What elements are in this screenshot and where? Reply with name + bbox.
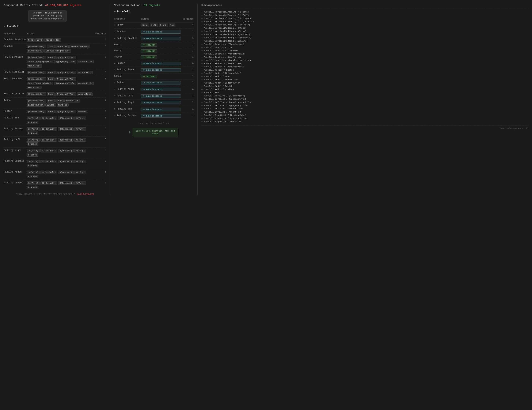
value-tag: 16(Airy) [27,138,40,142]
value-tag: None [47,56,55,59]
left-section-name: PureCell [7,25,19,28]
table-row: Row 2 RightSlot[Placeholder]NoneTypograp… [4,91,106,98]
bool-tag: +- boolean [141,55,157,59]
diamond-small-icon: ❖ [201,17,202,19]
diamond-small-icon: ❖ [201,14,202,16]
value-tag: Switch [45,103,56,107]
value-tag: 8(Compact) [58,182,74,185]
prop-values: 16(Airy)12(Default)8(Compact)4(Tiny)0(No… [27,117,95,124]
table-row: Row 1 LeftSlot[Placeholder]NoneTypograph… [4,54,106,69]
list-item: ❖PureCell Addon / Switch [201,84,528,88]
value-tag: [Placeholder] [27,45,46,48]
list-item: ❖PureCell LeftSlot / TypographyTitle [201,104,528,107]
prop-values-cell: 16(Airy)12(Default)8(Compact)4(Tiny)0(No… [27,137,95,147]
middle-panel-header: Mechanism Method: 39 objects [114,4,194,7]
list-item: ❖PureCell Footer / Button [201,68,528,72]
list-item: ❖PureCell VerticalPadding / 8(Compact) [201,33,528,36]
prop-name: Row 2 [114,48,141,54]
subcomp-label: PureCell Addon / Switch [204,85,233,87]
value-tag: [Placeholder] [27,110,46,113]
variant-count: 5 [95,147,106,158]
diamond-small-icon: ❖ [201,104,202,107]
prop-values-cell: +- boolean [141,73,181,80]
subcomp-label: PureCell HorizontalPadding / 8(Compact) [204,17,253,19]
subcomp-label: PureCell Addon / [Placeholder] [204,72,241,74]
prop-name: ↕ Padding Bottom [114,113,141,119]
mid-col-variants: Variants [181,17,194,22]
variant-count: 6 [95,44,106,54]
list-item: ❖PureCell LeftSlot / TypographyText [201,97,528,100]
value-tag: TypographyTitle [54,60,76,64]
table-row: Row 2 LeftSlot[Placeholder]NoneTypograph… [4,76,106,91]
value-tag: 4(Tiny) [74,127,86,131]
value-tag: 12(Default) [40,149,57,152]
diamond-small-icon: ❖ [201,59,202,62]
prop-name: ↕ Padding Top [114,106,141,113]
table-row: ↳ Graphicswap instance1 [114,29,194,35]
bool-tag: +- boolean [141,75,157,78]
left-header-label: Component Matrix Method: [4,4,44,7]
prop-name: ↤ Padding Addon [114,86,141,93]
subcomp-label: PureCell VerticalPadding / 16(Airy) [204,40,247,42]
variant-count: 1 [181,60,194,67]
table-row: GraphicNoneLeftRightTop4 [114,22,194,29]
prop-values-cell: [Placeholder]NoneTypographyTextAmountTex… [27,91,95,98]
prop-name: ↤ Padding Left [114,93,141,100]
diamond-small-icon: ❖ [201,120,202,123]
subcomp-label: PureCell Row [204,91,219,94]
diamond-icon-middle: ❖ [114,10,115,13]
col-header-property: Property [4,32,27,37]
table-row: ↤ Padding Graphicswap instance1 [114,35,194,42]
list-item: ❖PureCell VerticalPadding / 16(Airy) [201,39,528,43]
list-item: ❖PureCell Graphic / Icon [201,46,528,49]
subcomp-label: PureCell LeftSlot / TypographyText [204,98,246,100]
value-tag: 4(Tiny) [74,138,86,142]
middle-panel: Mechanism Method: 39 objects ❖ PureCell … [110,4,198,195]
value-tag: 12(Default) [40,117,57,120]
diamond-small-icon: ❖ [201,30,202,32]
list-item: ❖PureCell LeftSlot / Icon+TypographyText [201,100,528,104]
list-item: ❖PureCell Graphic / [Placeholder] [201,43,528,46]
subcomp-label: PureCell RightSlot / AmountText [204,120,243,123]
middle-prop-table: Property Values Variants GraphicNoneLeft… [114,17,194,119]
prop-name: Padding Left [4,137,27,147]
bool-tag: +- boolean [141,49,157,53]
list-item: ❖PureCell HorizontalPadding / 0(None) [201,10,528,13]
value-tag: Icon+TypographyText [27,60,53,64]
prop-name: ↤ Padding Right [114,100,141,106]
prop-values-cell: [Placeholder]NoneTypographyTextIcon+Typo… [27,54,95,69]
list-item: ❖PureCell HorizontalPadding / 4(Tiny) [201,13,528,17]
prop-values-cell: 16(Airy)12(Default)8(Compact)4(Tiny)0(No… [27,147,95,158]
subcomp-label: PureCell Footer / [Placeholder] [204,63,243,65]
variant-count: 1 [181,67,194,73]
subcomp-label: PureCell RightSlot / [Placeholder] [204,114,246,116]
variant-count: 5 [95,158,106,169]
table-row: Row 2+- boolean1 [114,48,194,54]
value-tag: None [47,99,55,102]
table-row: Graphic PositionNoneLeftRightTop4 [4,37,106,44]
value-tag: 0(None) [27,121,38,124]
diamond-small-icon: ❖ [201,117,202,119]
table-row: Graphic[Placeholder]IconIconViewProductP… [4,44,106,54]
subcomp-label: PureCell LeftSlot / AmountText [204,111,241,113]
table-row: Padding Right16(Airy)12(Default)8(Compac… [4,147,106,158]
diamond-small-icon: ❖ [201,27,202,29]
diamond-small-icon: ❖ [201,20,202,23]
diamond-small-icon: ❖ [201,40,202,42]
prop-values-cell: 16(Airy)12(Default)8(Compact)4(Tiny)0(No… [27,126,95,137]
subcomp-label: PureCell Graphic / Icon [204,46,233,49]
col-header-values: Values [27,32,95,37]
value-tag: IconButton [64,99,80,102]
diamond-small-icon: ❖ [201,114,202,116]
table-row: ↳ Footerswap instance1 [114,60,194,67]
prop-values-cell: [Placeholder]NoneTypographyTextAmountTex… [27,69,95,76]
variant-count: 1 [181,73,194,80]
prop-values-cell: [Placeholder]IconIconViewProductPreviewC… [27,44,95,54]
value-tag: None [27,38,35,42]
prop-values: [Placeholder]NoneIconIconButtonBadgeCoun… [27,99,95,107]
variant-count: 5 [95,137,106,147]
prop-values: [Placeholder]NoneTypographyTextAmountTex… [27,92,95,96]
value-tag: TypographyText [56,77,76,81]
prop-name: Padding Right [4,147,27,158]
list-item: ❖PureCell VerticalPadding / 0(None) [201,26,528,30]
